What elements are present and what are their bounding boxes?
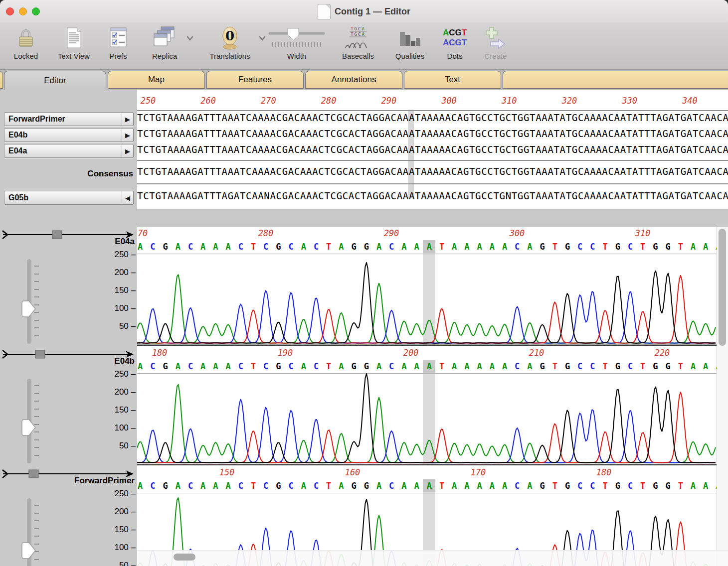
trace-position-handle[interactable] xyxy=(35,350,45,358)
base-call-letter: G xyxy=(348,479,361,492)
trace-channel-G xyxy=(137,263,716,343)
base-call-letter: T xyxy=(548,240,561,253)
tab-features[interactable]: Features xyxy=(206,71,304,89)
sequence-text-e04a[interactable]: TTCTGTAAAAGATTTAAATCAAAACGACAAACTCGCACTA… xyxy=(137,144,728,160)
base-call-letter: C xyxy=(234,479,247,492)
locked-button[interactable]: Locked xyxy=(8,25,44,65)
base-call-letter: G xyxy=(561,479,574,492)
base-call-letter: A xyxy=(687,360,700,373)
base-call-letter: C xyxy=(146,360,159,373)
base-call-letter: G xyxy=(662,479,675,492)
window-title: Contig 1 — Editor xyxy=(335,6,410,17)
base-call-letter: T xyxy=(599,240,612,253)
replica-windows-icon xyxy=(143,25,186,51)
trace-scale-slider-thumb[interactable] xyxy=(20,541,37,561)
base-call-letter: C xyxy=(624,240,637,253)
ruler-tick-label: 280 xyxy=(321,96,337,106)
trace-position-handle[interactable] xyxy=(29,470,38,478)
base-call-letter: A xyxy=(137,360,147,373)
base-call-letter: A xyxy=(172,240,184,253)
vertical-scrollbar-thumb[interactable] xyxy=(719,229,726,346)
y-axis-label: 150 – xyxy=(101,405,136,415)
base-call-letter: C xyxy=(259,479,272,492)
base-call-letter: A xyxy=(423,360,436,373)
base-call-letter: A xyxy=(172,479,184,492)
base-call-letter: A xyxy=(209,360,222,373)
slider-tick xyxy=(34,513,39,514)
tab-edge-sliver xyxy=(0,71,3,89)
svg-text:0: 0 xyxy=(225,28,234,43)
text-view-button[interactable]: Text View xyxy=(51,25,96,65)
dots-button[interactable]: ACGT ACGT Dots xyxy=(439,25,471,65)
replica-button[interactable]: Replica xyxy=(143,25,186,65)
base-call-letter: G xyxy=(649,479,662,492)
tab-text[interactable]: Text xyxy=(404,71,501,89)
sequence-text-g05b[interactable]: TTCTGTAAAAGATTTAGATCAANACGACAAACTCGCACTA… xyxy=(137,190,728,206)
tab-map[interactable]: Map xyxy=(108,71,205,89)
trace-ruler-tick-label: 270 xyxy=(137,228,148,238)
base-call-letter: T xyxy=(548,360,561,373)
translations-dropdown-chevron-icon[interactable] xyxy=(259,36,266,41)
base-call-letter: A xyxy=(397,360,410,373)
sequence-button-g05b[interactable]: G05b◀ xyxy=(4,191,134,205)
prefs-button[interactable]: Prefs xyxy=(103,25,133,65)
tab-annotations[interactable]: Annotations xyxy=(305,71,402,89)
trace-ruler-tick-label: 150 xyxy=(219,467,235,477)
base-call-letter: A xyxy=(410,360,423,373)
base-call-letter: G xyxy=(536,360,549,373)
replica-dropdown-chevron-icon[interactable] xyxy=(186,36,193,41)
sequence-button-e04a[interactable]: E04a▶ xyxy=(4,144,134,158)
trace-ruler-e04a: 270280290300310 xyxy=(137,228,717,240)
tab-editor[interactable]: Editor xyxy=(4,71,106,90)
base-call-letter: C xyxy=(624,360,637,373)
base-call-letter: A xyxy=(448,479,461,492)
qualities-button[interactable]: Qualities xyxy=(387,25,432,65)
width-slider-item[interactable]: Width xyxy=(267,25,327,65)
sequence-button-forwardprimer[interactable]: ForwardPrimer▶ xyxy=(4,112,134,126)
horizontal-scrollbar-thumb[interactable] xyxy=(174,554,195,561)
base-call-letter: C xyxy=(234,360,247,373)
trace-ruler-tick-label: 180 xyxy=(596,467,612,477)
reads-consensus-separator xyxy=(137,160,728,161)
right-arrow-icon[interactable]: ▶ xyxy=(122,144,133,157)
base-call-letter: A xyxy=(297,240,310,253)
right-arrow-icon[interactable]: ▶ xyxy=(122,129,133,142)
base-call-letter: A xyxy=(222,479,235,492)
base-call-letter: T xyxy=(636,240,649,253)
slider-tick xyxy=(34,266,39,267)
slider-tick xyxy=(34,409,39,410)
create-button[interactable]: Create xyxy=(478,25,514,65)
y-axis-label: 50 – xyxy=(101,321,136,331)
base-call-letter: A xyxy=(699,479,712,492)
horizontal-scrollbar[interactable] xyxy=(137,550,728,566)
tab-bar: EditorMapFeaturesAnnotationsText xyxy=(0,70,728,90)
base-call-letter: T xyxy=(435,479,448,492)
base-call-letter: A xyxy=(196,360,209,373)
translations-button[interactable]: 0 Translations xyxy=(202,25,258,65)
base-call-letter: C xyxy=(624,479,637,492)
trace-scale-slider-thumb[interactable] xyxy=(20,299,37,319)
slider-tick xyxy=(34,401,39,402)
base-call-letter: C xyxy=(146,240,159,253)
sequence-text-forwardprimer[interactable]: TTCTGTAAAAGATTTAAATCAAAACGACAAACTCGCACTA… xyxy=(137,112,728,128)
create-plus-arrow-icon xyxy=(478,25,514,51)
consensus-g05b-separator xyxy=(137,183,728,184)
sequence-text-e04b[interactable]: TTCTGTAAAAGATTTAAATCAAAACGACAAACTCGCACTA… xyxy=(137,128,728,144)
right-arrow-icon[interactable]: ▶ xyxy=(122,113,133,126)
sequence-text-consensus[interactable]: TTCTGTAAAAGATTTAAATCAAAACGACAAACTCGCACTA… xyxy=(137,166,728,182)
trace-controls-e04a: E04a250 –200 –150 –100 –50 – xyxy=(0,227,137,346)
slider-tick xyxy=(34,416,39,417)
base-call-letter: A xyxy=(222,360,235,373)
base-call-letter: G xyxy=(649,240,662,253)
sequence-button-e04b[interactable]: E04b▶ xyxy=(4,128,134,142)
trace-position-handle[interactable] xyxy=(52,231,62,239)
left-arrow-icon[interactable]: ◀ xyxy=(122,191,133,204)
trace-scale-slider-thumb[interactable] xyxy=(20,418,37,437)
basecalls-button[interactable]: TGCA TGCA Basecalls xyxy=(334,25,382,65)
base-call-letter: G xyxy=(272,360,285,373)
base-call-letter: T xyxy=(599,479,612,492)
base-call-letter: A xyxy=(196,240,209,253)
vertical-scrollbar[interactable] xyxy=(717,227,728,566)
ruler-tick-label: 330 xyxy=(622,96,637,106)
slider-tick xyxy=(34,335,39,336)
